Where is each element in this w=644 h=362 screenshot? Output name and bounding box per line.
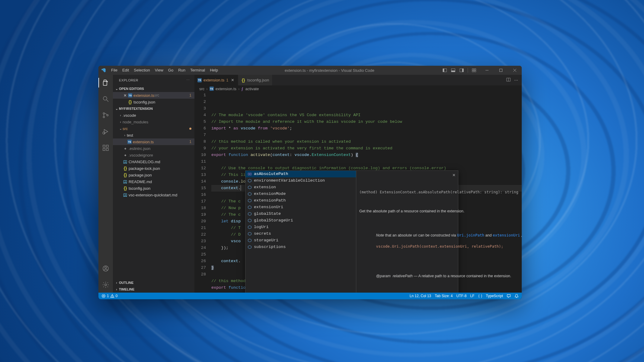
status-problems[interactable]: 1 0 <box>101 294 117 298</box>
suggestion-list[interactable]: asAbsolutePathenvironmentVariableCollect… <box>245 170 356 293</box>
search-activity-icon[interactable] <box>98 93 113 105</box>
chevron-down-icon: ⌄ <box>118 127 123 131</box>
status-encoding[interactable]: UTF-8 <box>456 294 466 298</box>
menu-run[interactable]: Run <box>176 66 188 75</box>
folder-item[interactable]: ›.vscode <box>113 112 194 119</box>
timeline-header[interactable]: › TIMELINE <box>113 286 194 293</box>
folder-item[interactable]: ⌄src <box>113 125 194 132</box>
code-content[interactable]: // The module 'vscode' contains the VS C… <box>211 92 522 293</box>
settings-activity-icon[interactable] <box>98 279 113 291</box>
breadcrumb-part[interactable]: activate <box>245 87 259 91</box>
suggestion-item[interactable]: globalState <box>245 211 356 217</box>
suggestion-item[interactable]: environmentVariableCollection <box>245 177 356 184</box>
code-line[interactable] <box>211 132 522 138</box>
toggle-secondary-sidebar-icon[interactable] <box>459 67 465 73</box>
svg-rect-9 <box>474 71 476 72</box>
generic-file-icon: ◆ <box>123 146 128 151</box>
md-file-icon: 🕮 <box>123 193 128 197</box>
breadcrumb-part[interactable]: extension.ts <box>216 87 236 91</box>
file-item[interactable]: TSextension.ts1 <box>113 138 194 145</box>
file-item[interactable]: {}tsconfig.json <box>113 185 194 192</box>
code-editor[interactable]: 1234567891011121314151617181920212223242… <box>194 92 522 293</box>
code-line[interactable]: export function activate(context: vscode… <box>211 152 522 158</box>
editor-more-icon[interactable]: ⋯ <box>514 78 518 82</box>
source-control-activity-icon[interactable] <box>98 109 113 121</box>
svg-rect-23 <box>103 148 105 151</box>
suggestion-item[interactable]: asAbsolutePath <box>245 171 356 177</box>
file-item[interactable]: 🕮vsc-extension-quickstart.md <box>113 192 194 198</box>
code-line[interactable]: import * as vscode from 'vscode'; <box>211 125 522 132</box>
suggestion-item[interactable]: logUri <box>245 224 356 230</box>
run-debug-activity-icon[interactable] <box>98 125 113 138</box>
function-icon: ⨍ <box>241 87 243 91</box>
suggestion-item[interactable]: globalStorageUri <box>245 217 356 224</box>
menu-go[interactable]: Go <box>166 66 176 75</box>
status-feedback-icon[interactable] <box>507 294 511 298</box>
svg-point-15 <box>103 97 107 100</box>
file-item[interactable]: ◆.eslintrc.json <box>113 145 194 152</box>
menu-selection[interactable]: Selection <box>131 66 152 75</box>
window-controls <box>480 66 522 75</box>
editor-tab[interactable]: {}tsconfig.json <box>238 75 272 85</box>
extensions-activity-icon[interactable] <box>98 142 113 154</box>
folder-item[interactable]: ›test <box>113 132 194 138</box>
property-icon <box>247 218 252 223</box>
activity-bar <box>98 75 113 293</box>
close-doc-icon[interactable]: ✕ <box>452 173 456 178</box>
file-item[interactable]: 🕮README.md <box>113 178 194 185</box>
close-tab-icon[interactable]: ✕ <box>230 78 235 82</box>
project-header[interactable]: ⌄ MYFIRSTEXTENSION <box>113 105 194 112</box>
chevron-right-icon: › <box>114 287 119 291</box>
file-item[interactable]: 🕮CHANGELOG.md <box>113 158 194 165</box>
menu-terminal[interactable]: Terminal <box>188 66 207 75</box>
open-editor-item[interactable]: ✕TSextension.ts src1 <box>113 92 194 99</box>
suggestion-item[interactable]: extensionPath <box>245 197 356 204</box>
suggestion-item[interactable]: storageUri <box>245 237 356 244</box>
close-button[interactable] <box>508 66 522 75</box>
svg-point-37 <box>112 297 112 297</box>
suggestion-item[interactable]: extension <box>245 184 356 191</box>
menu-edit[interactable]: Edit <box>120 66 131 75</box>
toggle-primary-sidebar-icon[interactable] <box>442 67 448 73</box>
open-editors-header[interactable]: ⌄ OPEN EDITORS <box>113 85 194 92</box>
code-line[interactable]: // this method is called when your exten… <box>211 138 522 145</box>
file-item[interactable]: {}package.json <box>113 172 194 178</box>
customize-layout-icon[interactable] <box>471 67 477 73</box>
status-cursor-position[interactable]: Ln 12, Col 13 <box>410 294 431 298</box>
menu-view[interactable]: View <box>152 66 166 75</box>
status-bell-icon[interactable] <box>514 294 519 298</box>
code-line[interactable]: // your extension is activated the very … <box>211 145 522 152</box>
menu-help[interactable]: Help <box>207 66 220 75</box>
suggestion-item[interactable]: subscriptions <box>245 244 356 250</box>
editor-tab[interactable]: TSextension.ts1✕ <box>194 75 238 85</box>
breadcrumb-part[interactable]: src <box>199 87 204 91</box>
status-language[interactable]: { } TypeScript <box>478 294 503 298</box>
explorer-activity-icon[interactable] <box>98 77 113 89</box>
maximize-button[interactable] <box>494 66 508 75</box>
toggle-panel-icon[interactable] <box>450 67 456 73</box>
accounts-activity-icon[interactable] <box>98 262 113 275</box>
outline-header[interactable]: › OUTLINE <box>113 279 194 286</box>
file-item[interactable]: ◆.vscodeignore <box>113 152 194 158</box>
suggestion-item[interactable]: extensionUri <box>245 204 356 211</box>
split-editor-icon[interactable] <box>506 78 511 83</box>
json-file-icon: {} <box>123 186 128 190</box>
suggestion-item[interactable]: secrets <box>245 230 356 237</box>
file-item[interactable]: {}package-lock.json <box>113 165 194 172</box>
sidebar-more-icon[interactable]: ⋯ <box>186 78 190 82</box>
code-line[interactable]: // Import the module and reference it wi… <box>211 119 522 125</box>
status-tab-size[interactable]: Tab Size: 4 <box>435 294 453 298</box>
status-eol[interactable]: LF <box>470 294 474 298</box>
minimize-button[interactable] <box>480 66 494 75</box>
property-icon <box>247 198 252 203</box>
svg-rect-3 <box>451 71 455 72</box>
code-line[interactable]: // The module 'vscode' contains the VS C… <box>211 112 522 119</box>
breadcrumb[interactable]: src › TS extension.ts › ⨍ activate <box>194 85 522 92</box>
open-editor-item[interactable]: {}tsconfig.json <box>113 99 194 105</box>
folder-item[interactable]: ›node_modules <box>113 119 194 125</box>
close-editor-icon[interactable]: ✕ <box>123 93 127 98</box>
chevron-right-icon: › <box>118 113 123 117</box>
suggestion-item[interactable]: extensionMode <box>245 191 356 197</box>
menu-file[interactable]: File <box>109 66 120 75</box>
code-line[interactable] <box>211 158 522 165</box>
